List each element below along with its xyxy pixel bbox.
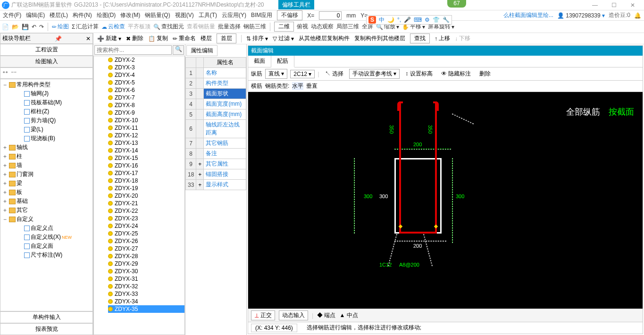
local-3d-button[interactable]: 局部三维 — [336, 23, 359, 31]
menu-edit[interactable]: 编辑(E) — [26, 11, 45, 19]
menu-cloud[interactable]: 云应用(Y) — [222, 11, 246, 19]
new-doc-icon[interactable]: 📄 — [2, 24, 9, 30]
prop-row[interactable]: 6轴线距左边线距离 — [186, 120, 246, 138]
list-item[interactable]: ZDYX-5 — [108, 79, 184, 86]
filter-button[interactable]: ▽ 过滤 ▾ — [273, 34, 294, 42]
x-input[interactable] — [319, 11, 342, 20]
list-item[interactable]: ZDYX-34 — [108, 298, 184, 305]
undo-icon[interactable]: ↶ — [32, 24, 36, 30]
list-item[interactable]: ZDYX-30 — [108, 268, 184, 275]
minimize-button[interactable]: — — [585, 2, 604, 8]
list-item[interactable]: ZDYX-8 — [108, 101, 184, 109]
copy-button[interactable]: 📋 复制 — [148, 34, 168, 42]
hide-label-button[interactable]: 👁 隐藏标注 — [438, 69, 474, 78]
delete-rebar-button[interactable]: 删除 — [477, 69, 493, 78]
list-item[interactable]: ZDYX-32 — [108, 283, 184, 290]
property-tab[interactable]: 属性编辑 — [186, 45, 217, 56]
rebar-3d-button[interactable]: 钢筋三维 — [243, 23, 266, 31]
vertical-button[interactable]: 垂直 — [306, 82, 318, 90]
ime-mic-icon[interactable]: 🎤 — [404, 17, 411, 23]
tree-leaf[interactable]: 自定义点 — [1, 224, 92, 233]
menu-rebar[interactable]: 钢筋量(Q) — [145, 11, 170, 19]
prop-row[interactable]: 3截面形状 — [186, 89, 246, 99]
menu-component[interactable]: 构件(N) — [73, 11, 92, 19]
tree-node[interactable]: − 自定义 — [1, 215, 92, 224]
tree-node[interactable]: + 轴线 — [1, 143, 92, 152]
redo-icon[interactable]: ↷ — [39, 24, 44, 30]
prop-row[interactable]: 9+其它属性 — [186, 159, 246, 169]
menu-tools[interactable]: 工具(T) — [199, 11, 217, 19]
find-select[interactable]: 查找 — [410, 34, 430, 43]
list-item[interactable]: ZDYX-16 — [108, 162, 184, 169]
nav-pin-icon[interactable]: 📌 — [55, 35, 62, 42]
cloud-check-button[interactable]: ☁ 云检查 — [101, 23, 125, 31]
component-list[interactable]: ZDYX-2 ZDYX-3 ZDYX-4 ZDYX-5 ZDYX-6 ZDYX-… — [93, 56, 185, 335]
new-button[interactable]: ➕ 新建 ▾ — [97, 34, 121, 42]
prop-row[interactable]: 5截面高度(mm) — [186, 109, 246, 120]
component-tree[interactable]: − 常用构件类型 轴网(J) 筏板基础(M) 框柱(Z) 剪力墙(Q) 梁(L)… — [0, 79, 93, 311]
list-item[interactable]: ZDYX-19 — [108, 184, 184, 192]
ime-tool-icon[interactable]: 🔧 — [443, 17, 450, 23]
floor-select[interactable]: 首层 — [217, 34, 236, 43]
prop-row[interactable]: 33+显示样式 — [186, 180, 246, 190]
ime-punct-icon[interactable]: °, — [397, 17, 401, 23]
line-type-select[interactable]: 直线 ▾ — [265, 69, 287, 79]
delete-button[interactable]: ✖ 删除 — [126, 34, 143, 42]
list-item[interactable]: ZDYX-18 — [108, 177, 184, 184]
copy-from-floor-button[interactable]: 从其他楼层复制构件 — [299, 34, 350, 42]
list-item[interactable]: ZDYX-28 — [108, 252, 184, 260]
section-canvas[interactable]: 全部纵筋 按截面 200 350 350 300 — [248, 92, 643, 309]
menu-floor[interactable]: 楼层(L) — [50, 11, 68, 19]
sort-button[interactable]: ⇅ 排序 ▾ — [246, 34, 268, 42]
tree-leaf[interactable]: 现浇板(B) — [1, 134, 92, 143]
report-button[interactable]: 报表预览 — [0, 323, 93, 335]
sum-button[interactable]: Σ 汇总计算 — [72, 23, 99, 31]
ime-gear-icon[interactable]: ⚙ — [425, 17, 430, 23]
draw-button[interactable]: ✏ 绘图 — [52, 23, 69, 31]
ime-skin-icon[interactable]: 👕 — [433, 17, 440, 23]
ref-line-select[interactable]: 手动设置参考线 ▾ — [349, 69, 400, 79]
tab-rebar[interactable]: 配筋 — [271, 56, 294, 67]
close-button[interactable]: ✕ — [623, 2, 642, 8]
top-view-button[interactable]: 俯视 — [297, 23, 308, 31]
list-item[interactable]: ZDYX-7 — [108, 94, 184, 101]
view-rebar-button[interactable]: 查看钢筋量 — [187, 23, 215, 31]
align-slab-button[interactable]: 平齐板顶 — [128, 23, 151, 31]
menu-draw[interactable]: 绘图(D) — [97, 11, 116, 19]
midpoint-snap[interactable]: ▲ 中点 — [339, 311, 358, 319]
view-mode-select[interactable]: 二维 — [274, 22, 294, 32]
offset-mode-select[interactable]: 不偏移 — [277, 10, 302, 20]
menu-modify[interactable]: 修改(M) — [120, 11, 140, 19]
single-input-button[interactable]: 单构件输入 — [0, 311, 93, 323]
list-item[interactable]: ZDYX-10 — [108, 117, 184, 124]
menu-view[interactable]: 视图(V) — [175, 11, 194, 19]
list-item[interactable]: ZDYX-33 — [108, 290, 184, 298]
tab-section[interactable]: 截面 — [248, 56, 271, 67]
list-item[interactable]: ZDYX-17 — [108, 169, 184, 177]
prop-row[interactable]: 7其它钢筋 — [186, 138, 246, 149]
select-button[interactable]: ↖ 选择 — [322, 69, 346, 78]
endpoint-snap[interactable]: ◆ 端点 — [317, 311, 335, 319]
prop-row[interactable]: 8备注 — [186, 149, 246, 159]
list-item[interactable]: ZDYX-4 — [108, 71, 184, 79]
list-item[interactable]: ZDYX-11 — [108, 124, 184, 132]
menu-file[interactable]: 文件(F) — [3, 11, 21, 19]
copy-to-floor-button[interactable]: 复制构件到其他楼层 — [354, 34, 405, 42]
eng-settings-button[interactable]: 工程设置 — [0, 44, 93, 56]
search-input[interactable] — [94, 45, 172, 55]
notification-badge[interactable]: 67 — [447, 0, 466, 8]
list-item[interactable]: ZDYX-14 — [108, 147, 184, 154]
ime-moon-icon[interactable]: 🌙 — [387, 17, 394, 23]
tree-leaf[interactable]: 梁(L) — [1, 125, 92, 134]
tree-node[interactable]: − 常用构件类型 — [1, 80, 92, 89]
user-name[interactable]: 👤 13907298339 ▾ — [557, 12, 605, 19]
list-item[interactable]: ZDYX-9 — [108, 109, 184, 117]
list-item[interactable]: ZDYX-21 — [108, 200, 184, 207]
ime-bar[interactable]: S 中 🌙 °, 🎤 ⌨ ⚙ 👕 🔧 — [366, 15, 452, 25]
tree-node[interactable]: + 门窗洞 — [1, 170, 92, 179]
move-down-button[interactable]: ↓ 下移 — [455, 34, 470, 42]
dyn-input-toggle[interactable]: 动态输入 — [279, 310, 308, 320]
list-item[interactable]: ZDYX-13 — [108, 139, 184, 147]
list-item[interactable]: ZDYX-26 — [108, 237, 184, 245]
list-item[interactable]: ZDYX-15 — [108, 154, 184, 162]
